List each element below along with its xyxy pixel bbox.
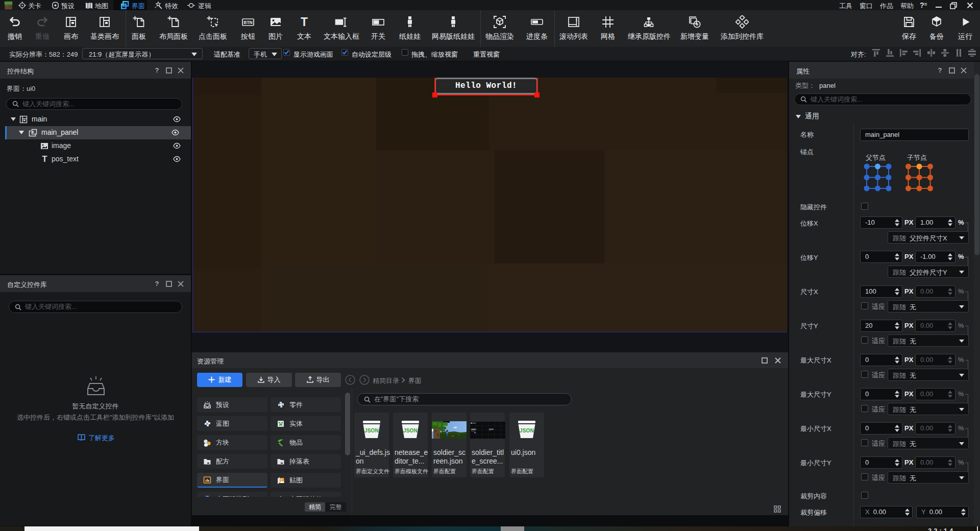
svg-text:BTN: BTN: [243, 20, 252, 25]
svg-text:T: T: [42, 155, 47, 163]
svg-text:JSON: JSON: [520, 428, 534, 433]
svg-text:?: ?: [155, 280, 159, 287]
svg-text:JSON: JSON: [364, 428, 379, 433]
svg-text:?: ?: [155, 67, 159, 74]
svg-text:JSON: JSON: [403, 428, 418, 433]
svg-text:T: T: [301, 15, 308, 29]
